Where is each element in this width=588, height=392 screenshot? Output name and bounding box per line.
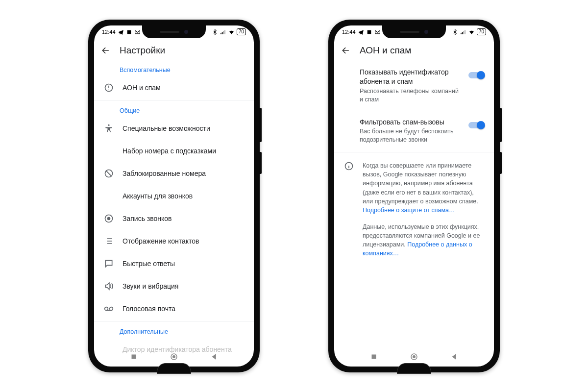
info-text-1: Когда вы совершаете или принимаете вызов… <box>363 162 478 205</box>
svg-rect-13 <box>372 355 376 359</box>
nav-home[interactable] <box>170 352 178 361</box>
toggle-filter-spam[interactable] <box>468 121 485 129</box>
section-header-assist: Вспомогательные <box>94 61 254 76</box>
setting-subtitle: Распознавать телефоны компаний и спам <box>360 87 462 104</box>
svg-point-10 <box>173 356 175 358</box>
back-button[interactable] <box>341 46 351 55</box>
nav-bar <box>334 347 494 367</box>
nav-recents[interactable] <box>369 352 378 361</box>
row-voicemail[interactable]: Голосовая почта <box>94 297 254 320</box>
svg-point-15 <box>413 356 416 358</box>
section-header-general: Общие <box>94 101 254 117</box>
info-icon <box>344 161 354 171</box>
row-record[interactable]: Запись звонков <box>94 207 254 230</box>
block-icon <box>104 169 114 178</box>
notch <box>142 25 206 38</box>
bluetooth-icon <box>212 29 218 35</box>
accessibility-icon <box>104 123 114 133</box>
square-icon <box>366 29 372 35</box>
alert-circle-icon <box>104 83 114 93</box>
phone-mockup-left: 12:44 70 Настройки Вспомогательные <box>88 20 260 372</box>
link-spam-protection[interactable]: Подробнее о защите от спама… <box>363 207 455 214</box>
aon-content[interactable]: Показывать идентификатор абонента и спам… <box>334 61 494 367</box>
svg-rect-11 <box>367 30 371 34</box>
signal-icon <box>220 29 226 35</box>
row-label: АОН и спам <box>122 84 244 92</box>
notch <box>382 25 446 38</box>
row-label: Отображение контактов <box>122 237 244 245</box>
status-time: 12:44 <box>102 29 116 35</box>
row-quick-replies[interactable]: Быстрые ответы <box>94 252 254 275</box>
gmail-icon <box>374 29 381 35</box>
app-bar: Настройки <box>94 38 254 61</box>
row-blocked[interactable]: Заблокированные номера <box>94 162 254 185</box>
nav-recents[interactable] <box>129 352 138 361</box>
bluetooth-icon <box>452 29 458 35</box>
phone-mockup-right: 12:44 70 АОН и спам Показывать идентифи <box>328 20 500 372</box>
setting-show-caller-id[interactable]: Показывать идентификатор абонента и спам… <box>334 61 494 111</box>
svg-rect-8 <box>132 355 136 359</box>
telegram-icon <box>118 29 124 35</box>
voicemail-icon <box>104 304 114 314</box>
row-label: Быстрые ответы <box>122 260 244 268</box>
row-label: Голосовая почта <box>122 305 244 313</box>
row-aon-spam[interactable]: АОН и спам <box>94 76 254 99</box>
battery-icon: 70 <box>237 28 246 35</box>
setting-title: Показывать идентификатор абонента и спам <box>360 68 462 86</box>
setting-title: Фильтровать спам-вызовы <box>360 118 462 127</box>
row-label: Заблокированные номера <box>122 170 244 177</box>
record-icon <box>104 214 114 223</box>
row-label: Запись звонков <box>122 215 244 222</box>
svg-rect-0 <box>127 30 131 34</box>
page-title: АОН и спам <box>360 45 411 56</box>
divider <box>94 321 254 321</box>
app-bar: АОН и спам <box>334 38 494 61</box>
signal-icon <box>460 29 466 35</box>
svg-point-6 <box>105 307 108 311</box>
row-label: Аккаунты для звонков <box>122 192 244 200</box>
status-time: 12:44 <box>342 29 356 35</box>
back-button[interactable] <box>101 46 111 55</box>
section-header-extra: Дополнительные <box>94 322 254 338</box>
row-accessibility[interactable]: Специальные возможности <box>94 117 254 140</box>
wifi-icon <box>228 29 235 35</box>
row-sound[interactable]: Звуки и вибрация <box>94 275 254 297</box>
setting-subtitle: Вас больше не будут беспокоить подозрите… <box>360 127 462 144</box>
row-accounts[interactable]: Аккаунты для звонков <box>94 185 254 207</box>
info-paragraph-2: Данные, используемые в этих функциях, пр… <box>334 220 494 258</box>
nav-bar <box>94 347 254 367</box>
row-label: Звуки и вибрация <box>122 282 244 290</box>
info-paragraph-1: Когда вы совершаете или принимаете вызов… <box>334 153 494 220</box>
chat-icon <box>104 259 114 269</box>
row-dial-assist[interactable]: Набор номера с подсказками <box>94 140 254 162</box>
svg-point-7 <box>110 307 113 311</box>
row-display-contacts[interactable]: Отображение контактов <box>94 230 254 252</box>
battery-icon: 70 <box>477 28 486 35</box>
toggle-show-caller-id[interactable] <box>468 71 485 79</box>
speaker-icon <box>104 281 114 291</box>
divider <box>94 100 254 100</box>
setting-filter-spam[interactable]: Фильтровать спам-вызовы Вас больше не бу… <box>334 111 494 151</box>
screen-right: 12:44 70 АОН и спам Показывать идентифи <box>334 25 494 367</box>
nav-back[interactable] <box>450 352 459 361</box>
nav-back[interactable] <box>210 352 219 361</box>
page-title: Настройки <box>120 45 165 56</box>
row-label: Специальные возможности <box>122 124 244 132</box>
svg-point-2 <box>108 124 109 126</box>
list-icon <box>104 236 114 246</box>
svg-point-5 <box>108 218 110 220</box>
nav-home[interactable] <box>410 352 418 361</box>
divider <box>334 152 494 152</box>
telegram-icon <box>358 29 364 35</box>
square-icon <box>126 29 132 35</box>
screen-left: 12:44 70 Настройки Вспомогательные <box>94 25 254 367</box>
wifi-icon <box>468 29 475 35</box>
settings-list[interactable]: Вспомогательные АОН и спам Общие Специал… <box>94 61 254 367</box>
row-label: Набор номера с подсказками <box>122 147 244 155</box>
gmail-icon <box>134 29 141 35</box>
